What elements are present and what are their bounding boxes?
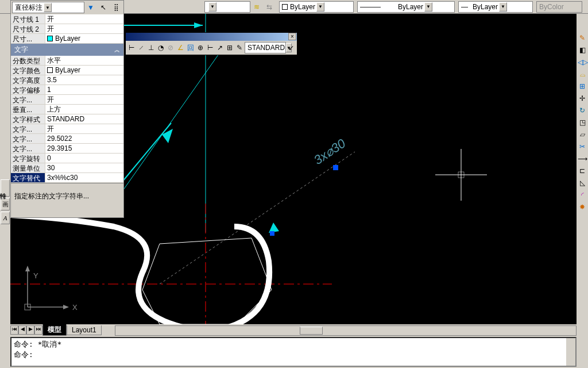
scale-icon[interactable]: ◳ [577, 117, 587, 128]
scrollbar-thumb[interactable] [300, 327, 323, 335]
layer-previous-icon[interactable]: ⇆ [264, 1, 275, 13]
props-value[interactable]: 0 [45, 154, 123, 163]
props-row[interactable]: 文字偏移1 [11, 85, 123, 95]
tab-first-icon[interactable]: ⏮ [10, 325, 18, 335]
command-scrollbar[interactable] [566, 338, 575, 366]
dim-radius-icon[interactable]: ◔ [157, 42, 165, 53]
props-value[interactable]: STANDARD [45, 114, 123, 124]
props-row[interactable]: 文字颜色ByLayer [11, 66, 123, 75]
filter-icon[interactable]: ▼ [85, 2, 96, 13]
props-row[interactable]: 测量单位30 [11, 163, 123, 173]
tab-prev-icon[interactable]: ◀ [18, 325, 26, 335]
trim-icon[interactable]: ✂ [577, 141, 587, 152]
props-row[interactable]: 分数类型水平 [11, 56, 123, 66]
props-key: 文字旋转 [11, 154, 45, 163]
props-row[interactable]: 文字替代3x%%c30 [11, 173, 123, 183]
dim-linear-icon[interactable]: ⊢ [127, 42, 136, 53]
text-a-icon[interactable]: A [1, 212, 10, 224]
props-value[interactable]: 30 [45, 163, 123, 172]
lineweight-dropdown[interactable]: — ByLayer ▼ [458, 1, 533, 13]
grip-handle[interactable] [270, 231, 274, 236]
mirror-icon[interactable]: ◁▷ [577, 57, 587, 67]
horizontal-scrollbar[interactable] [115, 325, 577, 336]
props-value[interactable]: 29.5022 [45, 134, 123, 143]
paintbrush-icon[interactable]: ✎ [577, 33, 587, 43]
props-top-grid: 尺寸线 1开尺寸线 2开尺寸...ByLayer [11, 14, 123, 44]
lineweight-label: ByLayer [473, 3, 498, 11]
extend-icon[interactable]: ⟶ [577, 154, 587, 164]
props-row[interactable]: 文字...开 [11, 124, 123, 134]
info-icon[interactable]: 画 [1, 198, 10, 210]
props-section-header-text[interactable]: 文字 [11, 44, 123, 56]
layer-dropdown[interactable]: ▼ [204, 1, 250, 13]
break-icon[interactable]: ⊏ [577, 166, 587, 176]
tab-next-icon[interactable]: ▶ [26, 325, 34, 335]
array-icon[interactable]: ⊞ [577, 81, 587, 91]
props-row[interactable]: 垂直...上方 [11, 105, 123, 114]
offset-icon[interactable]: ⌓ [577, 69, 587, 79]
grip-handle[interactable] [333, 165, 338, 170]
props-value[interactable]: 开 [45, 14, 123, 24]
props-value[interactable]: 1 [45, 85, 123, 94]
props-value[interactable]: 3.5 [45, 75, 123, 85]
dim-leader-icon[interactable]: ↗ [216, 42, 224, 53]
layer-manager-icon[interactable]: ≋ [251, 1, 262, 13]
dim-style-dropdown[interactable]: STANDARD ▼ [245, 42, 286, 53]
props-row[interactable]: 文字...29.5022 [11, 134, 123, 144]
dim-center-icon[interactable]: ✎ [235, 42, 243, 53]
dim-tolerance-icon[interactable]: ⊞ [226, 42, 234, 53]
dim-annotation-text: 3x⌀30 [311, 136, 349, 167]
props-value[interactable]: 3x%%c30 [45, 173, 123, 182]
dim-quick-icon[interactable]: 回 [186, 42, 194, 53]
stretch-icon[interactable]: ▱ [577, 129, 587, 140]
props-value[interactable]: 水平 [45, 56, 123, 65]
dim-diameter-icon[interactable]: ⊘ [167, 42, 175, 53]
arrow-icon [194, 22, 203, 28]
props-row[interactable]: 尺寸线 2开 [11, 24, 123, 34]
color-dropdown[interactable]: ByLayer ▼ [279, 1, 354, 13]
props-object-dropdown[interactable]: 直径标注 ▼ [12, 2, 84, 13]
props-value[interactable]: 开 [45, 95, 123, 104]
select-objects-icon[interactable]: ⣿ [110, 2, 122, 13]
svg-marker-1 [25, 266, 30, 271]
props-value[interactable]: 开 [45, 24, 123, 33]
linetype-dropdown[interactable]: ——— ByLayer ▼ [357, 1, 455, 13]
tab-layout1[interactable]: Layout1 [67, 325, 102, 335]
props-row[interactable]: 文字旋转0 [11, 154, 123, 163]
props-row[interactable]: 尺寸线 1开 [11, 14, 123, 24]
tab-last-icon[interactable]: ⏭ [34, 325, 42, 335]
dim-ordinate-icon[interactable]: ⊥ [147, 42, 155, 53]
props-row[interactable]: 文字...开 [11, 95, 123, 105]
tab-model[interactable]: 模型 [42, 324, 67, 336]
fillet-icon[interactable]: ◜ [577, 190, 587, 200]
dimension-toolbar-titlebar[interactable] [126, 33, 297, 41]
properties-tab-icon[interactable]: 特性 [1, 179, 10, 197]
dim-baseline-icon[interactable]: ⊕ [196, 42, 204, 53]
dim-angular-icon[interactable]: ∠ [176, 42, 184, 53]
dimension-toolbar[interactable]: × ⊢ ⟋ ⊥ ◔ ⊘ ∠ 回 ⊕ ⊢ ↗ ⊞ ✎ STANDARD ▼ ↙ [125, 32, 297, 55]
dim-continue-icon[interactable]: ⊢ [206, 42, 214, 53]
move-icon[interactable]: ✢ [577, 93, 587, 103]
props-row[interactable]: 文字高度3.5 [11, 75, 123, 85]
dim-aligned-icon[interactable]: ⟋ [137, 42, 145, 53]
eraser-icon[interactable]: ◧ [577, 45, 587, 55]
extension-line [114, 48, 223, 204]
quick-select-icon[interactable]: ↖ [98, 2, 109, 13]
dim-style-manager-icon[interactable]: ↙ [287, 42, 295, 53]
explode-icon[interactable]: ✸ [577, 202, 587, 212]
props-value[interactable]: ByLayer [45, 34, 123, 43]
props-value[interactable]: 开 [45, 124, 123, 133]
props-value[interactable]: 29.3915 [45, 144, 123, 153]
rotate-icon[interactable]: ↻ [577, 105, 587, 116]
chamfer-icon[interactable]: ◺ [577, 178, 587, 188]
props-key: 文字... [11, 144, 45, 153]
props-row[interactable]: 文字...29.3915 [11, 144, 123, 154]
props-row[interactable]: 尺寸...ByLayer [11, 34, 123, 44]
props-value[interactable]: ByLayer [45, 66, 123, 75]
arrow-icon [162, 129, 173, 143]
command-line[interactable]: 命令: *取消* 命令: [10, 337, 577, 367]
props-object-label: 直径标注 [15, 3, 42, 13]
close-icon[interactable]: × [288, 33, 296, 40]
props-value[interactable]: 上方 [45, 105, 123, 114]
props-row[interactable]: 文字样式STANDARD [11, 114, 123, 124]
